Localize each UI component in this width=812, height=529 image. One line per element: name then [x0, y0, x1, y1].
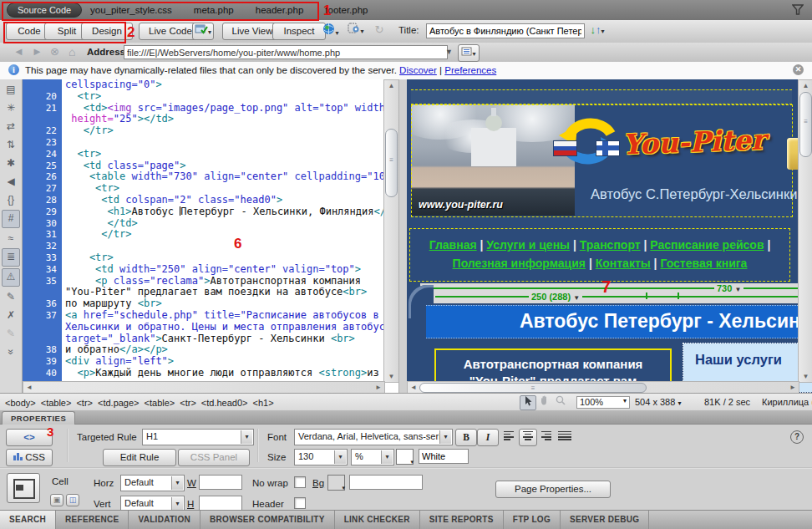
scroll-down-icon[interactable]: ▼: [799, 373, 812, 380]
stop-icon[interactable]: ⊗: [50, 45, 59, 58]
file-management-icons[interactable]: ↓↑▾: [585, 23, 610, 38]
close-infobar-icon[interactable]: ✕: [793, 64, 804, 75]
nav-link[interactable]: Транспорт: [580, 238, 641, 252]
preferences-link[interactable]: Preferences: [444, 65, 496, 75]
tag-selector-item[interactable]: <td.page>: [98, 398, 140, 408]
scroll-right-icon[interactable]: ►: [789, 384, 796, 391]
font-dropdown[interactable]: Verdana, Arial, Helvetica, sans-serif▾: [294, 429, 453, 445]
tag-selector-item[interactable]: <tr>: [76, 398, 93, 408]
show-more-icon[interactable]: »: [3, 343, 19, 360]
design-horizontal-scrollbar[interactable]: ◄ ≡ ►: [407, 381, 799, 393]
bold-button[interactable]: B: [455, 429, 477, 446]
tag-selector-item[interactable]: <table>: [145, 398, 175, 408]
scroll-up-icon[interactable]: ▲: [799, 82, 812, 89]
expand-all-icon[interactable]: ✱: [3, 155, 19, 171]
filter-icon[interactable]: [792, 4, 804, 18]
design-hscroll-thumb[interactable]: ≡: [419, 383, 647, 393]
results-tab-reference[interactable]: REFERENCE: [56, 511, 129, 529]
related-file-tab[interactable]: you_piter_style.css: [90, 5, 172, 15]
nav-link[interactable]: Главная: [429, 238, 477, 252]
bg-color-field[interactable]: [349, 475, 423, 490]
size-dropdown[interactable]: 130▾: [294, 449, 348, 465]
code-vertical-scrollbar[interactable]: ▲ ≡ ▼: [383, 79, 399, 383]
scroll-up-icon[interactable]: ▲: [384, 82, 398, 89]
justify-icon[interactable]: [556, 429, 574, 446]
cell-width-field[interactable]: [199, 475, 242, 490]
inspect-button[interactable]: Inspect: [272, 23, 326, 40]
text-color-swatch[interactable]: ▾: [396, 449, 414, 465]
magnification-dropdown[interactable]: 100% ▾: [576, 396, 630, 409]
balance-braces-icon[interactable]: {}: [3, 191, 19, 208]
select-tool-icon[interactable]: [520, 395, 536, 410]
bg-color-swatch[interactable]: ▾: [327, 475, 345, 491]
results-tab-validation[interactable]: VALIDATION: [129, 511, 200, 529]
page-properties-button[interactable]: Page Properties...: [495, 481, 611, 498]
recent-snippets-icon[interactable]: ✎: [3, 325, 19, 342]
targeted-rule-dropdown[interactable]: H1▾: [142, 429, 254, 445]
browser-list-icon[interactable]: ▾: [458, 44, 480, 62]
hand-tool-icon[interactable]: [536, 395, 551, 409]
horz-dropdown[interactable]: Default▾: [120, 475, 185, 491]
preview-in-browser-icon[interactable]: ▾: [320, 23, 342, 38]
header-checkbox[interactable]: [294, 497, 306, 509]
cell-height-field[interactable]: [199, 496, 242, 511]
address-input[interactable]: [124, 45, 448, 59]
results-tab-browser-compatibility[interactable]: BROWSER COMPATIBILITY: [200, 511, 335, 529]
line-numbers-icon[interactable]: #: [2, 210, 20, 228]
design-vscroll-thumb[interactable]: ≡: [799, 92, 812, 157]
syntax-error-alerts-icon[interactable]: ⚠: [2, 268, 20, 287]
edit-rule-button[interactable]: Edit Rule: [103, 449, 176, 466]
code-vscroll-thumb[interactable]: ≡: [385, 129, 398, 197]
results-tab-site-reports[interactable]: SITE REPORTS: [420, 511, 504, 529]
results-tab-ftp-log[interactable]: FTP LOG: [504, 511, 561, 529]
code-editor[interactable]: cellspacing="0">20 <tr>21 <td><img src="…: [23, 79, 383, 381]
apply-comment-icon[interactable]: ✎: [3, 288, 19, 305]
nav-link[interactable]: Расписание рейсов: [650, 238, 764, 252]
check-browser-compatibility-icon[interactable]: ▾: [192, 23, 214, 40]
results-tab-link-checker[interactable]: LINK CHECKER: [335, 511, 420, 529]
tag-selector-item[interactable]: <h1>: [253, 398, 274, 408]
table-width-label[interactable]: 730 ▼: [714, 283, 743, 293]
merge-cells-icon[interactable]: ▣: [50, 494, 63, 506]
open-documents-icon[interactable]: ▤: [3, 81, 19, 98]
page-h1-banner[interactable]: Автобус Петербург - Хельсинки, Финляндия: [426, 305, 798, 338]
align-right-icon[interactable]: [537, 429, 556, 446]
word-wrap-icon[interactable]: ≣: [2, 248, 20, 267]
collapse-selection-icon[interactable]: ⇅: [3, 136, 19, 153]
css-mode-button[interactable]: CSS: [6, 449, 53, 466]
align-center-icon[interactable]: [519, 429, 537, 446]
address-dropdown-icon[interactable]: ▼: [445, 48, 453, 56]
tag-selector-item[interactable]: <table>: [41, 398, 72, 408]
select-parent-tag-icon[interactable]: ◀: [3, 173, 19, 190]
document-title-input[interactable]: [426, 23, 585, 38]
italic-button[interactable]: I: [477, 429, 499, 446]
size-unit-dropdown[interactable]: %▾: [351, 449, 394, 465]
scroll-right-icon[interactable]: ►: [375, 384, 382, 391]
scroll-left-icon[interactable]: ◄: [410, 384, 417, 391]
scroll-left-icon[interactable]: ◄: [26, 384, 33, 391]
highlight-invalid-code-icon[interactable]: ≈: [3, 230, 19, 247]
collapse-full-tag-icon[interactable]: ⇄: [3, 118, 19, 135]
home-icon[interactable]: ⌂: [69, 45, 75, 58]
back-icon[interactable]: ◄: [13, 45, 24, 58]
results-tab-search[interactable]: SEARCH: [0, 511, 56, 529]
validate-markup-icon[interactable]: ▾: [345, 23, 367, 38]
properties-tab[interactable]: PROPERTIES: [2, 411, 75, 425]
tag-selector-item[interactable]: <body>: [5, 398, 36, 408]
window-size-dropdown[interactable]: 504 x 388 ▾: [635, 397, 681, 407]
tag-selector-item[interactable]: <td.head0>: [201, 398, 248, 408]
related-file-tab[interactable]: footer.php: [325, 5, 368, 15]
tag-selector-item[interactable]: <tr>: [180, 398, 196, 408]
nowrap-checkbox[interactable]: [294, 476, 306, 488]
nav-link[interactable]: Полезная информация: [453, 257, 586, 270]
column-width-label[interactable]: 250 (288) ▼: [529, 292, 582, 302]
related-file-tab[interactable]: meta.php: [194, 5, 234, 15]
help-icon[interactable]: ?: [790, 430, 804, 444]
scroll-down-icon[interactable]: ▼: [384, 373, 398, 380]
design-view-button[interactable]: Design: [81, 23, 133, 40]
nav-link[interactable]: Услуги и цены: [486, 238, 570, 252]
source-code-tab[interactable]: Source Code: [7, 3, 82, 18]
text-color-field[interactable]: [419, 449, 469, 464]
zoom-tool-icon[interactable]: [553, 395, 568, 409]
code-navigator-icon[interactable]: ✳: [3, 99, 19, 116]
